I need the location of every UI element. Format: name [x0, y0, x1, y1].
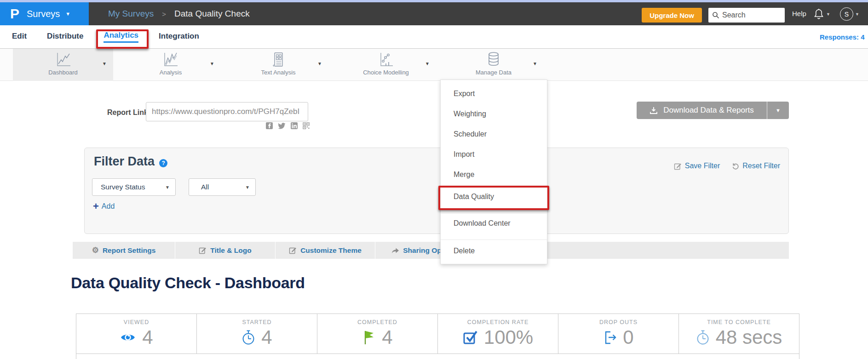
- newspaper-icon: [228, 51, 328, 69]
- menu-item-data-quality[interactable]: Data Quality: [441, 191, 547, 203]
- manage-data-dropdown-menu: Export Weighting Scheduler Import Merge …: [440, 80, 547, 264]
- chevron-down-icon[interactable]: ▼: [425, 61, 430, 66]
- stat-value: 48 secs: [716, 326, 782, 348]
- toolbar-item-dashboard[interactable]: Dashboard ▼: [13, 49, 113, 81]
- chevron-down-icon[interactable]: ▼: [317, 61, 322, 66]
- twitter-icon[interactable]: [278, 123, 286, 129]
- undo-icon: [732, 162, 739, 170]
- facebook-icon[interactable]: [266, 122, 273, 129]
- chevron-down-icon: ▼: [65, 11, 70, 17]
- stat-value: 4: [142, 326, 153, 348]
- stat-started: STARTED 4: [197, 314, 317, 353]
- customize-theme-label: Customize Theme: [300, 246, 362, 255]
- stat-completed: COMPLETED 4: [317, 314, 438, 353]
- tab-integration[interactable]: Integration: [159, 32, 199, 42]
- customize-theme-button[interactable]: Customize Theme: [276, 242, 375, 259]
- toolbar-item-label: Choice Modelling: [336, 69, 436, 76]
- add-filter-button[interactable]: + Add: [93, 201, 115, 211]
- filter-value-select[interactable]: All ▼: [189, 178, 256, 196]
- toolbar-item-label: Dashboard: [13, 69, 113, 76]
- stopwatch-icon: [241, 329, 255, 346]
- stat-viewed: VIEWED 4: [76, 314, 197, 353]
- flag-icon: [362, 329, 376, 346]
- filter-field-select[interactable]: Survey Status ▼: [92, 178, 176, 196]
- chevron-down-icon: ▼: [826, 12, 830, 17]
- product-switcher[interactable]: P Surveys ▼: [0, 2, 89, 25]
- upgrade-now-button[interactable]: Upgrade Now: [642, 8, 702, 23]
- menu-item-weighting[interactable]: Weighting: [441, 108, 547, 120]
- stopwatch-icon: [696, 329, 710, 346]
- tab-distribute[interactable]: Distribute: [47, 32, 83, 42]
- tab-analytics[interactable]: Analytics: [103, 31, 138, 43]
- tab-edit[interactable]: Edit: [12, 32, 27, 42]
- menu-item-merge[interactable]: Merge: [441, 169, 547, 181]
- toolbar-item-choice-modelling[interactable]: Choice Modelling ▼: [336, 49, 436, 81]
- chevron-down-icon[interactable]: ▼: [533, 61, 537, 66]
- download-data-reports-button[interactable]: Download Data & Reports ▼: [637, 102, 789, 119]
- breadcrumb: My Surveys > Data Quality Check: [108, 2, 250, 25]
- exit-icon: [603, 330, 617, 345]
- toolbar-item-label: Analysis: [121, 69, 221, 76]
- toolbar-item-analysis[interactable]: Analysis ▼: [121, 49, 221, 81]
- page-title: Data Quality Check - Dashboard: [71, 274, 305, 292]
- chevron-down-icon: ▼: [165, 185, 170, 190]
- chevron-down-icon: ▼: [776, 108, 781, 113]
- linkedin-icon[interactable]: [291, 122, 298, 129]
- breadcrumb-current: Data Quality Check: [174, 9, 250, 19]
- edit-icon: [674, 162, 682, 170]
- gears-icon: ⚙: [92, 246, 99, 254]
- multi-line-chart-icon: [121, 51, 221, 69]
- menu-item-delete[interactable]: Delete: [441, 245, 547, 257]
- stat-label: DROP OUTS: [558, 319, 678, 325]
- menu-item-export[interactable]: Export: [441, 88, 547, 100]
- menu-item-download-center[interactable]: Download Center: [441, 217, 547, 229]
- save-filter-button[interactable]: Save Filter: [674, 162, 720, 170]
- help-link[interactable]: Help: [792, 10, 806, 17]
- stat-label: COMPLETION RATE: [438, 319, 558, 325]
- database-icon: [443, 51, 544, 69]
- menu-item-scheduler[interactable]: Scheduler: [441, 128, 547, 140]
- report-link-input[interactable]: [146, 102, 308, 121]
- toolbar-item-text-analysis[interactable]: Text Analysis ▼: [228, 49, 328, 81]
- menu-divider: [441, 239, 547, 240]
- reset-filter-label: Reset Filter: [742, 162, 780, 170]
- app-screen: P Surveys ▼ My Surveys > Data Quality Ch…: [0, 0, 868, 359]
- search-input[interactable]: [722, 11, 777, 19]
- responses-count: Responses: 4: [820, 33, 865, 41]
- stat-drop-outs: DROP OUTS 0: [558, 314, 679, 353]
- qr-code-icon[interactable]: [303, 122, 310, 129]
- title-logo-button[interactable]: Title & Logo: [175, 242, 276, 259]
- help-icon[interactable]: ?: [159, 159, 167, 167]
- toolbar-item-manage-data[interactable]: Manage Data ▼: [443, 49, 544, 81]
- questionpro-logo: P: [10, 7, 19, 21]
- filter-value-value: All: [201, 183, 209, 191]
- reset-filter-button[interactable]: Reset Filter: [732, 162, 780, 170]
- stat-label: STARTED: [197, 319, 317, 325]
- notifications-menu[interactable]: ▼: [813, 8, 830, 20]
- report-settings-button[interactable]: ⚙ Report Settings: [73, 242, 175, 259]
- line-chart-icon: [13, 51, 113, 69]
- edit-icon: [289, 246, 297, 254]
- stat-time-to-complete: TIME TO COMPLETE 48 secs: [679, 314, 799, 353]
- report-settings-toolbar: ⚙ Report Settings Title & Logo Customize…: [73, 242, 789, 259]
- search-icon: [712, 11, 719, 19]
- plus-icon: +: [93, 201, 99, 211]
- stat-value: 4: [382, 326, 392, 348]
- download-options-caret[interactable]: ▼: [767, 102, 789, 119]
- toolbar-item-label: Manage Data: [443, 69, 544, 76]
- stat-value: 4: [261, 326, 272, 348]
- global-search[interactable]: [708, 8, 785, 23]
- product-name: Surveys: [27, 9, 60, 19]
- chevron-down-icon[interactable]: ▼: [210, 61, 214, 66]
- menu-divider: [441, 213, 547, 213]
- title-logo-label: Title & Logo: [210, 246, 251, 255]
- menu-item-import[interactable]: Import: [441, 148, 547, 160]
- chevron-down-icon: ▼: [855, 12, 859, 17]
- account-menu[interactable]: S ▼: [840, 7, 859, 21]
- share-icon: [391, 247, 399, 254]
- chevron-down-icon[interactable]: ▼: [102, 61, 107, 66]
- breadcrumb-separator: >: [162, 10, 166, 18]
- save-filter-label: Save Filter: [685, 162, 720, 170]
- breadcrumb-parent-link[interactable]: My Surveys: [108, 9, 154, 19]
- edit-icon: [199, 246, 207, 254]
